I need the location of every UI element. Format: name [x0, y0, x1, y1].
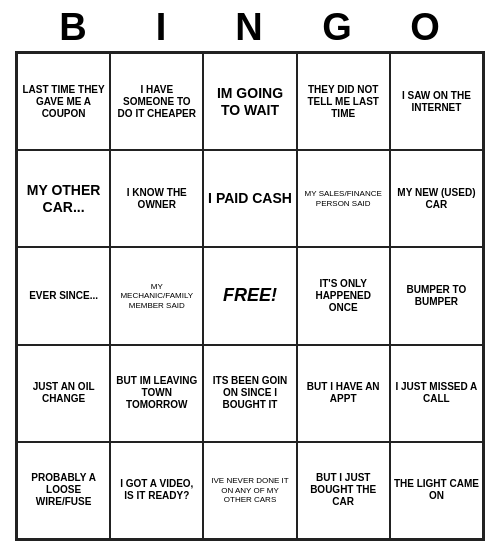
bingo-cell[interactable]: LAST TIME THEY GAVE ME A COUPON: [17, 53, 110, 150]
bingo-cell[interactable]: MY OTHER CAR...: [17, 150, 110, 247]
bingo-cell[interactable]: I KNOW THE OWNER: [110, 150, 203, 247]
bingo-cell[interactable]: I JUST MISSED A CALL: [390, 345, 483, 442]
bingo-cell[interactable]: BUT I JUST BOUGHT THE CAR: [297, 442, 390, 539]
bingo-cell[interactable]: MY NEW (USED) CAR: [390, 150, 483, 247]
bingo-cell[interactable]: I GOT A VIDEO, IS IT READY?: [110, 442, 203, 539]
bingo-cell[interactable]: THE LIGHT CAME ON: [390, 442, 483, 539]
bingo-cell[interactable]: I HAVE SOMEONE TO DO IT CHEAPER: [110, 53, 203, 150]
bingo-cell[interactable]: MY SALES/FINANCE PERSON SAID: [297, 150, 390, 247]
letter-n: N: [206, 6, 294, 49]
bingo-cell[interactable]: BUT IM LEAVING TOWN TOMORROW: [110, 345, 203, 442]
bingo-cell[interactable]: BUMPER TO BUMPER: [390, 247, 483, 344]
bingo-cell[interactable]: BUT I HAVE AN APPT: [297, 345, 390, 442]
bingo-cell[interactable]: IT'S ONLY HAPPENED ONCE: [297, 247, 390, 344]
bingo-cell[interactable]: PROBABLY A LOOSE WIRE/FUSE: [17, 442, 110, 539]
bingo-cell[interactable]: IM GOING TO WAIT: [203, 53, 296, 150]
letter-b: B: [30, 6, 118, 49]
bingo-cell[interactable]: I SAW ON THE INTERNET: [390, 53, 483, 150]
letter-o: O: [382, 6, 470, 49]
bingo-cell[interactable]: IVE NEVER DONE IT ON ANY OF MY OTHER CAR…: [203, 442, 296, 539]
bingo-grid: LAST TIME THEY GAVE ME A COUPONI HAVE SO…: [15, 51, 485, 541]
bingo-cell[interactable]: ITS BEEN GOIN ON SINCE I BOUGHT IT: [203, 345, 296, 442]
letter-g: G: [294, 6, 382, 49]
bingo-cell[interactable]: THEY DID NOT TELL ME LAST TIME: [297, 53, 390, 150]
bingo-cell[interactable]: Free!: [203, 247, 296, 344]
bingo-cell[interactable]: I PAID CASH: [203, 150, 296, 247]
bingo-cell[interactable]: MY MECHANIC/FAMILY MEMBER SAID: [110, 247, 203, 344]
letter-i: I: [118, 6, 206, 49]
bingo-cell[interactable]: JUST AN OIL CHANGE: [17, 345, 110, 442]
bingo-title: B I N G O: [15, 0, 485, 51]
bingo-cell[interactable]: EVER SINCE...: [17, 247, 110, 344]
